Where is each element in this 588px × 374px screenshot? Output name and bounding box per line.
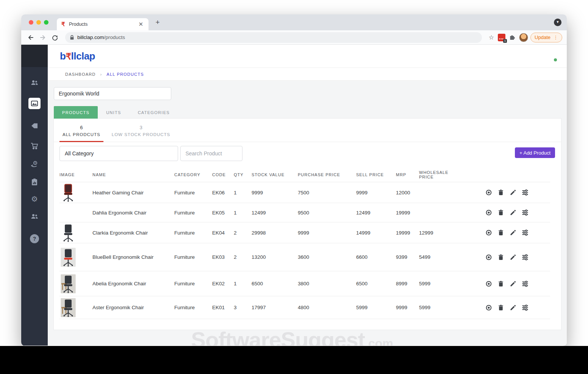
image-icon[interactable]: [28, 98, 41, 109]
zoom-window-button[interactable]: [44, 20, 48, 25]
watermark-suffix: .com: [365, 336, 393, 346]
view-icon[interactable]: [485, 254, 492, 261]
sidebar-top-block: [21, 45, 48, 67]
product-name: Heather Gaming Chair: [92, 190, 174, 196]
tune-icon[interactable]: [522, 209, 529, 216]
tag-icon[interactable]: [30, 122, 39, 130]
rupee-favicon-icon: ₹: [61, 21, 69, 28]
edit-icon[interactable]: [510, 304, 516, 311]
reload-button[interactable]: [50, 33, 60, 42]
tune-icon[interactable]: [522, 304, 529, 311]
edit-icon[interactable]: [510, 189, 516, 196]
tab-products[interactable]: PRODUCTS: [54, 106, 98, 119]
product-code: EK05: [212, 210, 234, 216]
delete-icon[interactable]: [497, 189, 504, 196]
view-icon[interactable]: [485, 304, 492, 311]
products-card: 6 ALL PRODCUTS 3 LOW STOCK PRODUCTS All …: [54, 119, 561, 330]
product-category: Furniture: [174, 254, 212, 260]
breadcrumb-all-products[interactable]: ALL PRODUCTS: [106, 72, 144, 77]
view-icon[interactable]: [485, 280, 492, 287]
update-button[interactable]: Update ⋮: [530, 33, 562, 42]
new-tab-button[interactable]: +: [153, 18, 162, 27]
edit-icon[interactable]: [510, 280, 516, 287]
app-header: b₹llclap: [48, 45, 567, 67]
product-stock-value: 17997: [252, 305, 298, 310]
row-actions: [484, 280, 550, 287]
view-icon[interactable]: [485, 229, 492, 236]
edit-icon[interactable]: [510, 209, 516, 216]
tab-title: Products: [69, 22, 138, 27]
category-select[interactable]: All Category: [59, 146, 178, 161]
chevron-right-icon: ›: [100, 72, 102, 77]
store-name-input[interactable]: [54, 87, 171, 100]
watermark: SoftwareSuggest.com: [191, 327, 393, 346]
update-label: Update: [535, 34, 550, 40]
close-window-button[interactable]: [29, 20, 33, 25]
tab-close-icon[interactable]: ✕: [138, 21, 144, 28]
search-product-input[interactable]: [180, 146, 242, 161]
payments-icon[interactable]: ₹: [30, 160, 39, 169]
all-products-label: ALL PRODCUTS: [63, 132, 100, 137]
tune-icon[interactable]: [522, 280, 529, 287]
tab-categories[interactable]: CATEGORIES: [130, 106, 178, 119]
row-actions: [484, 304, 550, 311]
help-icon[interactable]: ?: [30, 234, 39, 243]
product-purchase-price: 9999: [298, 230, 356, 236]
account-avatar[interactable]: [546, 50, 557, 62]
header-mrp: MRP: [396, 172, 419, 177]
reports-icon[interactable]: [30, 178, 39, 186]
header-image: IMAGE: [59, 172, 92, 177]
row-actions: [484, 229, 550, 236]
delete-icon[interactable]: [497, 254, 504, 261]
product-category: Furniture: [174, 190, 212, 196]
chrome-menu-kebab-icon[interactable]: ⋮: [554, 35, 558, 40]
header-sell-price: SELL PRICE: [356, 172, 396, 177]
add-product-button[interactable]: + Add Product: [515, 147, 555, 158]
url-bar[interactable]: billclap.com/products: [65, 32, 482, 43]
extension-icon[interactable]: ••• 1: [498, 34, 505, 41]
edit-icon[interactable]: [510, 229, 516, 236]
subtab-low-stock-products[interactable]: 3 LOW STOCK PRODUCTS: [109, 125, 174, 142]
users-icon[interactable]: [30, 78, 39, 87]
back-button[interactable]: [26, 33, 36, 42]
delete-icon[interactable]: [497, 229, 504, 236]
tab-units[interactable]: UNITS: [98, 106, 130, 119]
product-sell-price: 5999: [356, 305, 396, 310]
tune-icon[interactable]: [522, 189, 529, 196]
delete-icon[interactable]: [497, 280, 504, 287]
bookmark-star-icon[interactable]: ☆: [487, 34, 496, 41]
product-code: EK01: [212, 305, 234, 310]
product-mrp: 8999: [396, 281, 419, 286]
subtab-all-products[interactable]: 6 ALL PRODCUTS: [59, 125, 103, 142]
edit-icon[interactable]: [510, 254, 516, 261]
delete-icon[interactable]: [497, 304, 504, 311]
table-row: Abelia Ergonomik Chair Furniture EK02 1 …: [59, 271, 550, 296]
minimize-window-button[interactable]: [36, 20, 41, 25]
app-main: b₹llclap DASHBOARD › ALL PRODUCTS PRO: [48, 45, 567, 346]
table-body: Heather Gaming Chair Furniture EK06 1 99…: [59, 182, 550, 319]
extensions-puzzle-icon[interactable]: [508, 33, 517, 42]
browser-profile-avatar[interactable]: [519, 33, 528, 42]
customers-icon[interactable]: [30, 212, 39, 221]
product-sell-price: 14999: [356, 230, 396, 236]
browser-toolbar: billclap.com/products ☆ ••• 1 Update ⋮: [21, 30, 567, 45]
logo-rupee-icon: ₹: [66, 52, 71, 61]
breadcrumb-dashboard[interactable]: DASHBOARD: [65, 72, 95, 77]
row-actions: [484, 254, 550, 261]
header-stock-value: STOCK VALUE: [252, 172, 298, 177]
tune-icon[interactable]: [522, 229, 529, 236]
profile-chevron-icon[interactable]: ▼: [554, 19, 561, 26]
product-sell-price: 6600: [356, 254, 396, 260]
view-icon[interactable]: [485, 209, 492, 216]
filter-row: All Category + Add Product: [54, 142, 561, 163]
settings-gear-icon[interactable]: ⚙: [30, 195, 39, 203]
view-icon[interactable]: [485, 189, 492, 196]
browser-tab-products[interactable]: ₹ Products ✕: [57, 18, 149, 30]
tune-icon[interactable]: [522, 254, 529, 261]
cart-icon[interactable]: [30, 142, 39, 150]
page-content: PRODUCTS UNITS CATEGORIES 6 ALL PRODCUTS…: [48, 81, 567, 346]
product-code: EK04: [212, 230, 234, 236]
main-tabs: PRODUCTS UNITS CATEGORIES: [54, 106, 178, 119]
forward-button[interactable]: [38, 33, 48, 42]
delete-icon[interactable]: [497, 209, 504, 216]
